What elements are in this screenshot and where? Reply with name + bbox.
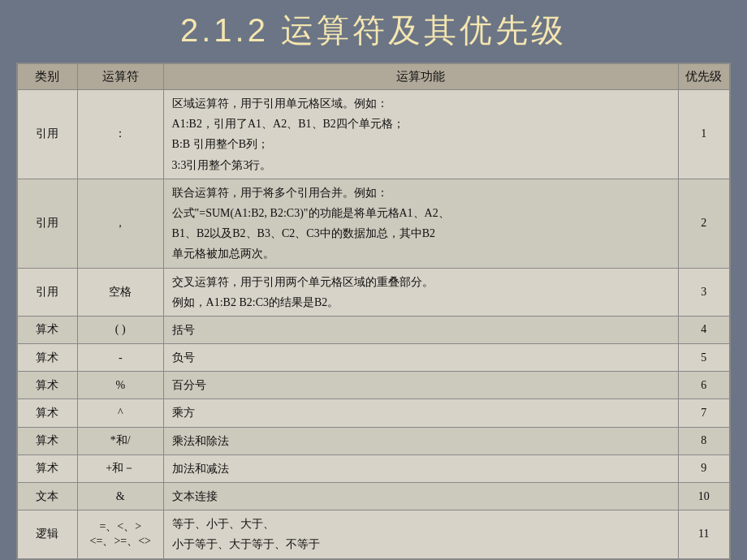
function-line: 小于等于、大于等于、不等于	[172, 538, 320, 550]
cell-category: 引用	[18, 90, 78, 179]
table-row: 算术( )括号4	[18, 316, 730, 343]
cell-priority: 7	[678, 399, 729, 427]
cell-function: 文本连接	[163, 483, 678, 510]
function-line: 百分号	[172, 379, 206, 391]
cell-priority: 10	[678, 483, 729, 510]
cell-category: 引用	[18, 268, 78, 316]
table-row: 算术^乘方7	[18, 399, 730, 427]
function-line: 负号	[172, 351, 195, 364]
table-row: 算术*和/乘法和除法8	[18, 427, 730, 454]
cell-operator: ，	[77, 179, 163, 268]
table-row: 算术%百分号6	[18, 372, 730, 399]
table-row: 引用空格 交叉运算符，用于引用两个单元格区域的重叠部分。 例如，A1:B2 B2…	[18, 268, 730, 316]
header-function: 运算功能	[163, 64, 678, 90]
cell-operator: 空格	[77, 268, 163, 316]
function-line: B1、B2以及B2、B3、C2、C3中的数据加总，其中B2	[172, 227, 435, 239]
function-line: 乘法和除法	[172, 435, 229, 447]
cell-operator: =、<、> <=、>=、<>	[77, 510, 163, 558]
cell-priority: 1	[678, 90, 729, 179]
cell-function: 百分号	[163, 372, 678, 399]
cell-function: 联合运算符，用于将多个引用合并。例如： 公式"=SUM(A1:B2, B2:C3…	[163, 179, 678, 268]
cell-priority: 8	[678, 427, 729, 454]
cell-priority: 5	[678, 344, 729, 372]
function-line: 文本连接	[172, 490, 218, 502]
cell-function: 负号	[163, 344, 678, 372]
header-priority: 优先级	[678, 64, 729, 90]
page-title: 2.1.2 运算符及其优先级	[180, 8, 567, 53]
cell-category: 算术	[18, 344, 78, 372]
cell-category: 算术	[18, 454, 78, 482]
main-table-container: 类别 运算符 运算功能 优先级 引用：区域运算符，用于引用单元格区域。例如： A…	[16, 62, 731, 560]
cell-function: 等于、小于、大于、小于等于、大于等于、不等于	[163, 510, 678, 558]
function-line: 3:3引用整个第3行。	[172, 159, 272, 171]
cell-category: 算术	[18, 372, 78, 399]
cell-category: 算术	[18, 316, 78, 343]
function-line: 例如，A1:B2 B2:C3的结果是B2。	[172, 296, 339, 308]
cell-category: 引用	[18, 179, 78, 268]
table-row: 引用，联合运算符，用于将多个引用合并。例如： 公式"=SUM(A1:B2, B2…	[18, 179, 730, 268]
cell-category: 逻辑	[18, 510, 78, 558]
cell-category: 算术	[18, 399, 78, 427]
cell-operator: %	[77, 372, 163, 399]
cell-function: 乘方	[163, 399, 678, 427]
cell-operator: ：	[77, 90, 163, 179]
cell-function: 乘法和除法	[163, 427, 678, 454]
function-line: A1:B2，引用了A1、A2、B1、B2四个单元格；	[172, 118, 404, 130]
table-row: 算术-负号5	[18, 344, 730, 372]
cell-operator: ^	[77, 399, 163, 427]
table-row: 算术+和－加法和减法9	[18, 454, 730, 482]
cell-priority: 2	[678, 179, 729, 268]
cell-category: 文本	[18, 483, 78, 510]
cell-priority: 9	[678, 454, 729, 482]
cell-operator: ( )	[77, 316, 163, 343]
cell-function: 加法和减法	[163, 454, 678, 482]
function-line: 乘方	[172, 407, 195, 419]
cell-priority: 4	[678, 316, 729, 343]
function-line: 加法和减法	[172, 463, 229, 475]
header-category: 类别	[18, 64, 78, 90]
cell-operator: *和/	[77, 427, 163, 454]
table-row: 引用：区域运算符，用于引用单元格区域。例如： A1:B2，引用了A1、A2、B1…	[18, 90, 730, 179]
function-line: B:B 引用整个B列；	[172, 138, 269, 150]
table-row: 逻辑=、<、> <=、>=、<>等于、小于、大于、小于等于、大于等于、不等于11	[18, 510, 730, 558]
function-line: 交叉运算符，用于引用两个单元格区域的重叠部分。	[172, 276, 434, 288]
cell-operator: -	[77, 344, 163, 372]
cell-function: 区域运算符，用于引用单元格区域。例如： A1:B2，引用了A1、A2、B1、B2…	[163, 90, 678, 179]
function-line: 括号	[172, 324, 195, 336]
header-operator: 运算符	[77, 64, 163, 90]
cell-category: 算术	[18, 427, 78, 454]
function-line: 区域运算符，用于引用单元格区域。例如：	[172, 97, 388, 110]
cell-priority: 11	[678, 510, 729, 558]
function-line: 单元格被加总两次。	[172, 248, 274, 260]
function-line: 公式"=SUM(A1:B2, B2:C3)"的功能是将单元格A1、A2、	[172, 207, 450, 219]
cell-priority: 6	[678, 372, 729, 399]
table-header-row: 类别 运算符 运算功能 优先级	[18, 64, 730, 90]
cell-function: 括号	[163, 316, 678, 343]
cell-operator: +和－	[77, 454, 163, 482]
cell-priority: 3	[678, 268, 729, 316]
function-line: 等于、小于、大于、	[172, 518, 274, 530]
table-row: 文本&文本连接10	[18, 483, 730, 510]
cell-operator: &	[77, 483, 163, 510]
cell-function: 交叉运算符，用于引用两个单元格区域的重叠部分。 例如，A1:B2 B2:C3的结…	[163, 268, 678, 316]
function-line: 联合运算符，用于将多个引用合并。例如：	[172, 187, 388, 199]
operators-table: 类别 运算符 运算功能 优先级 引用：区域运算符，用于引用单元格区域。例如： A…	[17, 63, 730, 559]
